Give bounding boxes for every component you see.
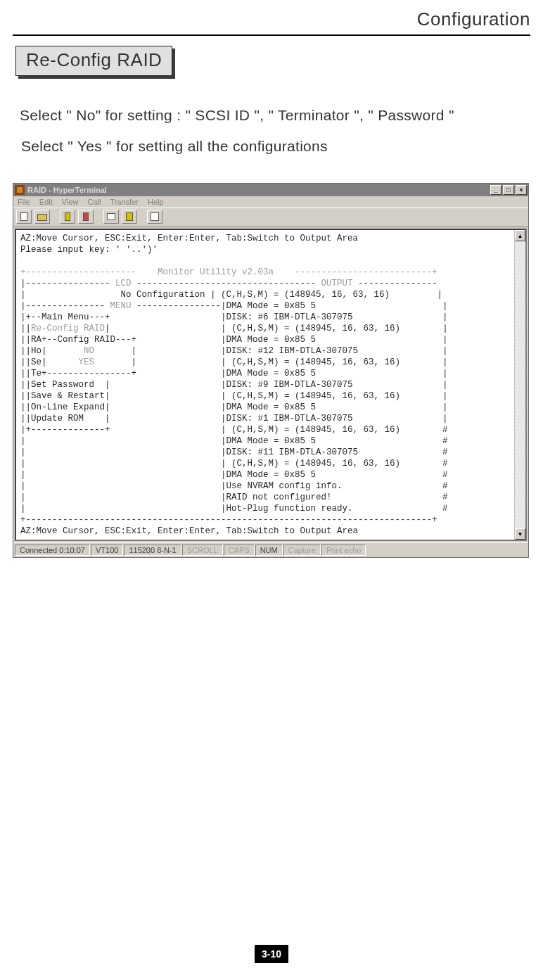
- open-icon[interactable]: [34, 210, 50, 224]
- new-icon[interactable]: [16, 210, 32, 224]
- call-icon[interactable]: [60, 210, 75, 224]
- properties-icon[interactable]: [147, 210, 162, 224]
- status-num: NUM: [255, 545, 283, 556]
- menu-file[interactable]: File: [18, 198, 30, 206]
- instruction-yes: Select " Yes " for setting all the confi…: [21, 138, 530, 155]
- page-header: Configuration: [13, 8, 530, 36]
- page-number: 3-10: [255, 945, 288, 963]
- app-icon: [15, 185, 25, 195]
- section-title-box: Re-Config RAID: [18, 49, 175, 79]
- hyperterminal-window: RAID - HyperTerminal _ □ × File Edit Vie…: [13, 183, 529, 558]
- menu-call[interactable]: Call: [88, 198, 101, 206]
- status-connected: Connected 0:10:07: [15, 545, 90, 556]
- titlebar[interactable]: RAID - HyperTerminal _ □ ×: [13, 184, 528, 196]
- menu-help[interactable]: Help: [148, 198, 164, 206]
- menu-edit[interactable]: Edit: [39, 198, 53, 206]
- status-settings: 115200 8-N-1: [124, 545, 181, 556]
- scroll-down-icon[interactable]: ▼: [515, 528, 525, 540]
- status-printecho: Print echo: [321, 545, 366, 556]
- scroll-track[interactable]: [515, 241, 525, 528]
- terminal-area: AZ:Move Cursor, ESC:Exit, Enter:Enter, T…: [15, 229, 527, 541]
- menu-transfer[interactable]: Transfer: [110, 198, 139, 206]
- status-emulation: VT100: [91, 545, 123, 556]
- terminal-output[interactable]: AZ:Move Cursor, ESC:Exit, Enter:Enter, T…: [16, 230, 514, 540]
- scroll-up-icon[interactable]: ▲: [515, 230, 525, 241]
- scrollbar[interactable]: ▲ ▼: [514, 230, 525, 540]
- maximize-button[interactable]: □: [503, 185, 514, 195]
- receive-icon[interactable]: [122, 210, 137, 224]
- send-icon[interactable]: [103, 210, 119, 224]
- status-capture: Capture: [283, 545, 321, 556]
- instruction-no: Select " No" for setting : " SCSI ID ", …: [20, 107, 530, 124]
- window-title: RAID - HyperTerminal: [27, 186, 490, 194]
- close-button[interactable]: ×: [516, 185, 527, 195]
- status-scroll: SCROLL: [182, 545, 223, 556]
- menubar: File Edit View Call Transfer Help: [13, 196, 528, 208]
- section-title: Re-Config RAID: [15, 46, 172, 76]
- toolbar: [13, 208, 528, 227]
- minimize-button[interactable]: _: [490, 185, 502, 195]
- disconnect-icon[interactable]: [78, 210, 94, 224]
- status-caps: CAPS: [224, 545, 255, 556]
- statusbar: Connected 0:10:07 VT100 115200 8-N-1 SCR…: [13, 542, 528, 557]
- menu-view[interactable]: View: [62, 198, 79, 206]
